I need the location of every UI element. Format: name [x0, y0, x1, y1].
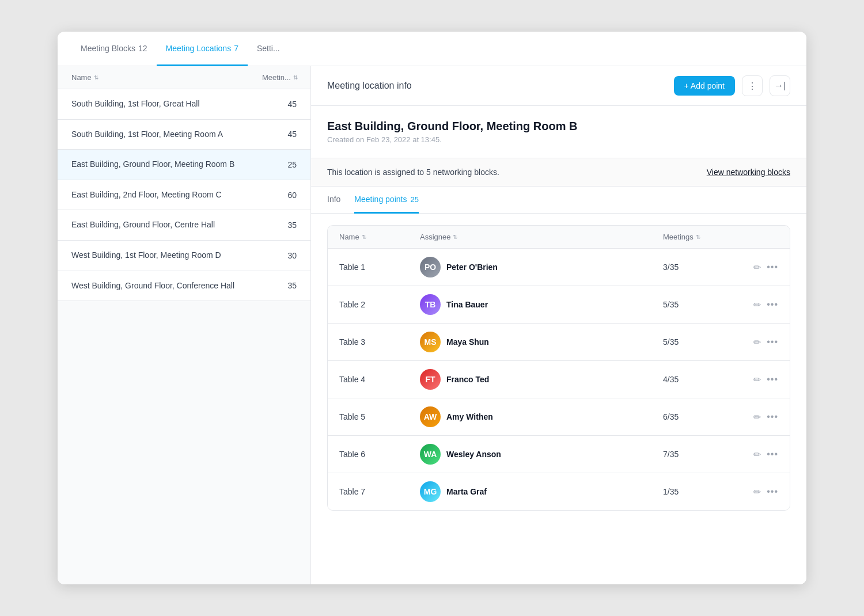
assignee-name: Franco Ted — [446, 375, 489, 384]
location-name: East Building, Ground Floor, Meeting Roo… — [327, 120, 790, 133]
app-container: Meeting Blocks 12 Meeting Locations 7 Se… — [58, 32, 806, 584]
assignee-name: Amy Withen — [446, 412, 493, 421]
list-row-count: 45 — [262, 130, 297, 139]
edit-icon[interactable]: ✏ — [753, 449, 761, 460]
assignee-name: Wesley Anson — [446, 450, 501, 459]
point-assignee: TB Tina Bauer — [420, 294, 663, 315]
table-row: Table 2 TB Tina Bauer 5/35 ✏ ••• — [328, 286, 790, 324]
view-networking-blocks-link[interactable]: View networking blocks — [707, 168, 790, 177]
list-row-count: 25 — [262, 160, 297, 169]
row-actions: ✏ ••• — [732, 299, 778, 310]
point-name: Table 7 — [339, 487, 420, 496]
tab-settings[interactable]: Setti... — [248, 32, 289, 66]
list-item[interactable]: West Building, Ground Floor, Conference … — [58, 271, 310, 302]
point-name: Table 2 — [339, 300, 420, 309]
list-row-name: South Building, 1st Floor, Meeting Room … — [71, 129, 262, 140]
right-panel: Meeting location info + Add point ⋮ →| E… — [311, 66, 806, 584]
avatar: WA — [420, 444, 441, 465]
avatar: AW — [420, 406, 441, 427]
more-icon[interactable]: ••• — [767, 299, 778, 310]
close-panel-button[interactable]: →| — [770, 75, 790, 96]
tab-settings-label: Setti... — [257, 44, 280, 53]
row-actions: ✏ ••• — [732, 262, 778, 273]
list-item[interactable]: East Building, Ground Floor, Centre Hall… — [58, 210, 310, 241]
avatar: TB — [420, 294, 441, 315]
edit-icon[interactable]: ✏ — [753, 262, 761, 273]
point-assignee: MS Maya Shun — [420, 332, 663, 352]
networking-notice-text: This location is assigned to 5 networkin… — [327, 168, 499, 177]
meetings-sort-icon[interactable]: ⇅ — [293, 74, 298, 81]
list-item[interactable]: West Building, 1st Floor, Meeting Room D… — [58, 241, 310, 271]
more-icon[interactable]: ••• — [767, 262, 778, 272]
list-row-name: South Building, 1st Floor, Great Hall — [71, 98, 262, 110]
point-assignee: MG Marta Graf — [420, 481, 663, 502]
assignee-name: Maya Shun — [446, 337, 489, 347]
more-options-button[interactable]: ⋮ — [742, 75, 763, 96]
point-meetings: 7/35 — [663, 450, 732, 459]
point-assignee: FT Franco Ted — [420, 369, 663, 390]
table-row: Table 5 AW Amy Withen 6/35 ✏ ••• — [328, 398, 790, 436]
networking-notice: This location is assigned to 5 networkin… — [311, 158, 806, 187]
point-assignee: AW Amy Withen — [420, 406, 663, 427]
points-section: Name ⇅ Assignee ⇅ Meetings ⇅ — [311, 214, 806, 584]
list-row-name: East Building, Ground Floor, Centre Hall — [71, 219, 262, 231]
edit-icon[interactable]: ✏ — [753, 337, 761, 348]
list-item[interactable]: East Building, Ground Floor, Meeting Roo… — [58, 150, 310, 180]
avatar: PO — [420, 257, 441, 277]
more-icon[interactable]: ••• — [767, 486, 778, 497]
close-panel-icon: →| — [774, 81, 786, 91]
list-item[interactable]: South Building, 1st Floor, Meeting Room … — [58, 120, 310, 150]
list-header-name: Name ⇅ — [71, 73, 262, 82]
more-icon[interactable]: ••• — [767, 337, 778, 347]
point-name: Table 5 — [339, 412, 420, 421]
tab-info-label: Info — [327, 195, 340, 204]
tab-meeting-blocks-label: Meeting Blocks — [81, 44, 135, 53]
name-sort-icon[interactable]: ⇅ — [94, 74, 98, 81]
list-item[interactable]: South Building, 1st Floor, Great Hall 45 — [58, 89, 310, 120]
list-row-count: 45 — [262, 100, 297, 109]
more-icon[interactable]: ••• — [767, 449, 778, 459]
list-row-count: 30 — [262, 251, 297, 260]
meetings-col-sort-icon[interactable]: ⇅ — [696, 234, 700, 240]
list-row-name: West Building, Ground Floor, Conference … — [71, 280, 262, 292]
tab-meeting-locations-label: Meeting Locations — [166, 44, 232, 53]
right-header-title: Meeting location info — [327, 81, 412, 91]
points-table: Name ⇅ Assignee ⇅ Meetings ⇅ — [327, 225, 790, 511]
point-name: Table 4 — [339, 375, 420, 384]
point-name: Table 6 — [339, 450, 420, 459]
point-name: Table 3 — [339, 337, 420, 347]
point-meetings: 5/35 — [663, 300, 732, 309]
edit-icon[interactable]: ✏ — [753, 374, 761, 385]
tab-meeting-locations[interactable]: Meeting Locations 7 — [157, 32, 248, 66]
row-actions: ✏ ••• — [732, 374, 778, 385]
top-nav: Meeting Blocks 12 Meeting Locations 7 Se… — [58, 32, 806, 66]
right-header: Meeting location info + Add point ⋮ →| — [311, 66, 806, 106]
list-row-name: East Building, Ground Floor, Meeting Roo… — [71, 159, 262, 170]
edit-icon[interactable]: ✏ — [753, 299, 761, 310]
more-icon[interactable]: ••• — [767, 374, 778, 385]
location-info: East Building, Ground Floor, Meeting Roo… — [311, 106, 806, 158]
name-col-sort-icon[interactable]: ⇅ — [362, 234, 366, 240]
col-header-assignee: Assignee ⇅ — [420, 233, 663, 241]
list-item[interactable]: East Building, 2nd Floor, Meeting Room C… — [58, 180, 310, 211]
avatar: MG — [420, 481, 441, 502]
table-row: Table 4 FT Franco Ted 4/35 ✏ ••• — [328, 361, 790, 398]
more-icon[interactable]: ••• — [767, 412, 778, 422]
table-row: Table 7 MG Marta Graf 1/35 ✏ ••• — [328, 473, 790, 510]
edit-icon[interactable]: ✏ — [753, 486, 761, 497]
table-row: Table 3 MS Maya Shun 5/35 ✏ ••• — [328, 324, 790, 361]
assignee-name: Tina Bauer — [446, 300, 488, 309]
tab-meeting-blocks-count: 12 — [138, 44, 147, 53]
tab-meeting-locations-count: 7 — [234, 44, 238, 53]
point-meetings: 1/35 — [663, 487, 732, 496]
avatar: MS — [420, 332, 441, 352]
more-options-icon: ⋮ — [748, 81, 757, 92]
assignee-name: Marta Graf — [446, 487, 487, 496]
add-point-button[interactable]: + Add point — [674, 76, 735, 96]
point-name: Table 1 — [339, 263, 420, 272]
tab-info[interactable]: Info — [327, 187, 340, 214]
assignee-col-sort-icon[interactable]: ⇅ — [453, 234, 457, 240]
tab-meeting-blocks[interactable]: Meeting Blocks 12 — [71, 32, 157, 66]
edit-icon[interactable]: ✏ — [753, 412, 761, 423]
tab-meeting-points[interactable]: Meeting points 25 — [354, 187, 419, 214]
